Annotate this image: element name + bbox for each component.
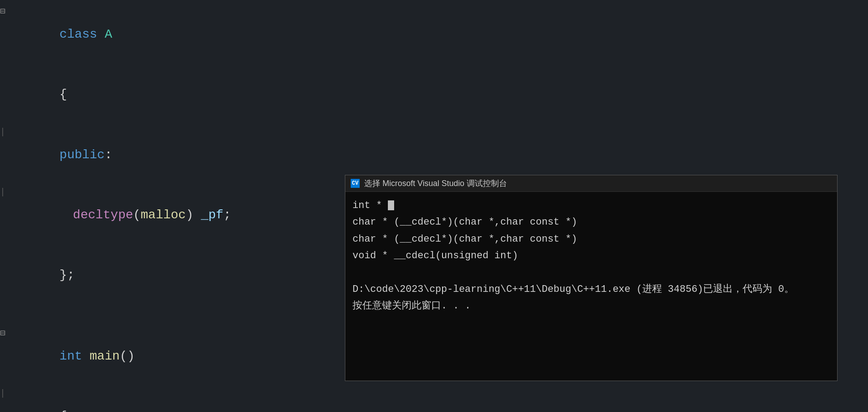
console-title: 选择 Microsoft Visual Studio 调试控制台: [364, 178, 507, 189]
kw-decltype-1: decltype: [73, 208, 133, 222]
class-name-A: A: [105, 27, 112, 41]
console-cursor: [388, 200, 394, 210]
indicator-2: [0, 65, 8, 79]
collapse-indicator-1[interactable]: ⊟: [0, 4, 8, 19]
close-brace-1: };: [60, 268, 75, 282]
semi-1: ;: [223, 208, 231, 222]
console-icon-text: CV: [352, 180, 358, 186]
console-line-6: D:\code\2023\cpp-learning\C++11\Debug\C+…: [352, 281, 830, 298]
console-line-7: 按任意键关闭此窗口. . .: [352, 298, 830, 314]
console-line-3: char * (__cdecl*)(char *,char const *): [352, 231, 830, 247]
kw-public: public: [60, 148, 105, 162]
code-line-2: {: [0, 65, 868, 125]
console-titlebar: CV 选择 Microsoft Visual Studio 调试控制台: [345, 175, 837, 192]
indicator-4: |: [0, 185, 8, 199]
console-body: int * char * (__cdecl*)(char *,char cons…: [345, 192, 837, 320]
paren-2: ): [186, 208, 201, 222]
console-line-5: [352, 265, 830, 281]
kw-int-main: int: [60, 349, 90, 363]
open-brace-2: {: [60, 409, 67, 412]
console-window[interactable]: CV 选择 Microsoft Visual Studio 调试控制台 int …: [345, 175, 838, 381]
open-brace-1: {: [60, 87, 67, 101]
indicator-8: |: [0, 386, 8, 401]
line-content-2: {: [10, 65, 868, 125]
indicator-3: |: [0, 125, 8, 139]
indicator-6: [0, 306, 8, 320]
console-line-4: void * __cdecl(unsigned int): [352, 247, 830, 264]
code-editor: ⊟ class A { | public: | decltype(malloc)…: [0, 0, 868, 412]
console-app-icon: CV: [351, 179, 360, 188]
collapse-indicator-7[interactable]: ⊟: [0, 326, 8, 341]
code-line-8: | {: [0, 386, 868, 412]
console-line-1: int *: [352, 197, 830, 214]
fn-main: main: [90, 349, 120, 363]
console-line-2: char * (__cdecl*)(char *,char const *): [352, 214, 830, 230]
var-pf: _pf: [201, 208, 223, 222]
parens-main: (): [120, 349, 135, 363]
line-content-8: {: [10, 386, 868, 412]
line-content-1: class A: [10, 4, 868, 65]
kw-class: class: [60, 27, 105, 41]
indicator-5: [0, 246, 8, 260]
fn-malloc: malloc: [141, 208, 186, 222]
paren-1: (: [133, 208, 141, 222]
colon-1: :: [105, 148, 112, 162]
code-line-1: ⊟ class A: [0, 4, 868, 65]
